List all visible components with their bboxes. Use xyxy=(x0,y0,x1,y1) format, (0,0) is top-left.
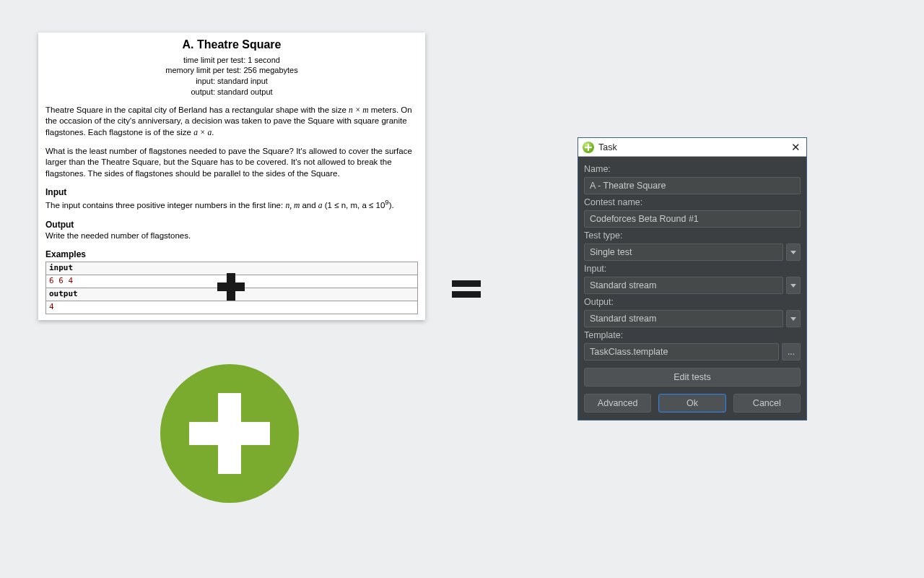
input-heading: Input xyxy=(45,186,418,198)
dialog-title: Task xyxy=(598,142,789,152)
example-output-value: 4 xyxy=(46,301,418,314)
examples-heading: Examples xyxy=(45,249,418,260)
problem-time-limit: time limit per test: 1 second xyxy=(45,55,418,66)
problem-output-meta: output: standard output xyxy=(45,87,418,98)
add-task-button-illustration xyxy=(160,364,299,503)
contest-input[interactable]: Codeforces Beta Round #1 xyxy=(584,210,801,228)
problem-paragraph-2: What is the least number of flagstones n… xyxy=(45,146,418,180)
close-icon[interactable]: ✕ xyxy=(789,142,802,152)
task-dialog: Task ✕ Name: A - Theatre Square Contest … xyxy=(578,137,807,420)
svg-marker-2 xyxy=(790,317,796,321)
problem-paragraph-1: Theatre Square in the capital city of Be… xyxy=(45,105,418,139)
output-label: Output: xyxy=(584,297,801,307)
input-label: Input: xyxy=(584,264,801,274)
edit-tests-button[interactable]: Edit tests xyxy=(584,368,801,387)
input-description: The input contains three positive intege… xyxy=(45,198,418,211)
contest-label: Contest name: xyxy=(584,197,801,207)
output-heading: Output xyxy=(45,219,418,230)
svg-marker-0 xyxy=(790,251,796,254)
ok-button[interactable]: Ok xyxy=(658,394,725,413)
template-input[interactable]: TaskClass.template xyxy=(584,343,779,361)
advanced-button[interactable]: Advanced xyxy=(584,394,651,413)
template-browse-button[interactable]: ... xyxy=(782,343,801,361)
input-dropdown-icon[interactable] xyxy=(786,277,801,294)
output-description: Write the needed number of flagstones. xyxy=(45,230,418,242)
name-label: Name: xyxy=(584,164,801,174)
cancel-button[interactable]: Cancel xyxy=(733,394,801,413)
equals-icon xyxy=(452,280,481,298)
testtype-select[interactable]: Single test xyxy=(584,243,783,261)
plus-icon xyxy=(217,273,245,301)
name-input[interactable]: A - Theatre Square xyxy=(584,177,801,194)
input-select[interactable]: Standard stream xyxy=(584,277,783,294)
output-dropdown-icon[interactable] xyxy=(786,310,801,327)
problem-input-meta: input: standard input xyxy=(45,76,418,87)
testtype-label: Test type: xyxy=(584,230,801,241)
template-label: Template: xyxy=(584,330,801,340)
output-select[interactable]: Standard stream xyxy=(584,310,783,327)
problem-title: A. Theatre Square xyxy=(45,37,418,53)
dialog-titlebar[interactable]: Task ✕ xyxy=(578,138,806,157)
svg-marker-1 xyxy=(790,284,796,288)
problem-memory-limit: memory limit per test: 256 megabytes xyxy=(45,65,418,76)
testtype-dropdown-icon[interactable] xyxy=(786,243,801,261)
app-add-icon xyxy=(583,142,594,153)
